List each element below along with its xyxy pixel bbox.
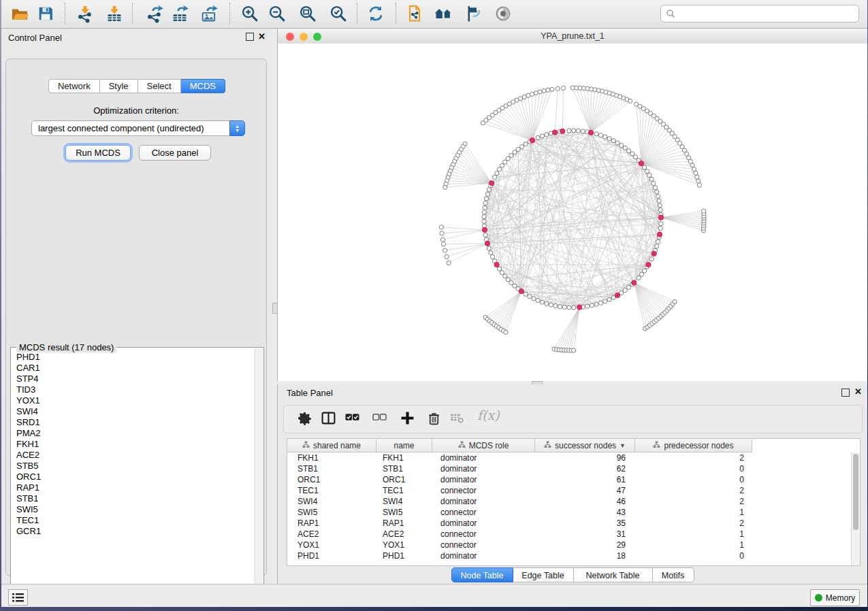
mcds-result-item[interactable]: TID3: [12, 384, 255, 395]
select-all-icon[interactable]: [345, 411, 359, 428]
table-cell[interactable]: dominator: [432, 463, 543, 474]
table-cell[interactable]: 2: [635, 518, 744, 529]
mcds-result-item[interactable]: SWI5: [12, 504, 255, 515]
zoom-fit-icon[interactable]: [298, 4, 317, 23]
mcds-result-item[interactable]: STP4: [12, 374, 255, 384]
table-cell[interactable]: 35: [535, 518, 626, 529]
mcds-result-item[interactable]: TEC1: [12, 515, 255, 526]
mcds-result-item[interactable]: SWI4: [12, 406, 255, 417]
table-cell[interactable]: 0: [635, 474, 744, 485]
column-header-successor-nodes[interactable]: successor nodes▼: [535, 439, 635, 452]
table-cell[interactable]: SWI4: [287, 496, 387, 507]
optimization-criterion-select[interactable]: largest connected component (undirected)…: [31, 120, 245, 136]
network-graph[interactable]: [278, 44, 868, 381]
table-row[interactable]: FKH1FKH1dominator962: [287, 452, 752, 463]
import-network-icon[interactable]: [76, 4, 95, 23]
table-scrollbar-thumb[interactable]: [853, 454, 858, 530]
zoom-in-icon[interactable]: [240, 4, 259, 23]
close-panel-icon[interactable]: ✕: [258, 31, 266, 42]
mcds-result-item[interactable]: CAR1: [12, 363, 255, 374]
column-header-predecessor-nodes[interactable]: predecessor nodes: [635, 439, 752, 452]
zoom-out-icon[interactable]: [268, 4, 287, 23]
float-panel-icon[interactable]: [246, 33, 254, 41]
apply-layout-icon[interactable]: [366, 4, 385, 23]
table-row[interactable]: STB1STB1dominator620: [287, 463, 752, 474]
add-icon[interactable]: [400, 411, 415, 428]
table-cell[interactable]: STB1: [287, 463, 387, 474]
table-cell[interactable]: dominator: [432, 496, 543, 507]
export-table-icon[interactable]: [170, 4, 189, 23]
table-cell[interactable]: 61: [535, 474, 626, 485]
table-cell[interactable]: connector: [432, 540, 543, 550]
column-header-MCDS-role[interactable]: MCDS role: [432, 439, 535, 452]
table-cell[interactable]: 1: [635, 507, 744, 518]
column-header-shared-name[interactable]: shared name: [287, 439, 376, 452]
table-cell[interactable]: SWI5: [287, 507, 387, 518]
zoom-selected-icon[interactable]: [329, 4, 348, 23]
table-cell[interactable]: STB1: [376, 463, 438, 474]
tab-network[interactable]: Network: [48, 79, 100, 93]
save-session-icon[interactable]: [36, 4, 55, 23]
table-cell[interactable]: 2: [635, 496, 744, 507]
export-network-icon[interactable]: [145, 4, 164, 23]
table-cell[interactable]: 46: [535, 496, 626, 507]
mcds-result-item[interactable]: PMA2: [12, 428, 255, 439]
mcds-result-item[interactable]: ORC1: [12, 472, 255, 482]
new-network-from-selection-icon[interactable]: [405, 4, 424, 23]
table-cell[interactable]: 0: [635, 550, 744, 561]
table-cell[interactable]: PHD1: [287, 550, 387, 561]
mcds-result-item[interactable]: YOX1: [12, 395, 255, 406]
open-session-icon[interactable]: [10, 4, 29, 23]
task-history-button[interactable]: [8, 589, 28, 606]
table-cell[interactable]: 96: [535, 452, 626, 463]
table-cell[interactable]: 62: [535, 463, 626, 474]
table-cell[interactable]: FKH1: [376, 452, 438, 463]
table-row[interactable]: ORC1ORC1dominator610: [287, 474, 752, 485]
tab-node-table[interactable]: Node Table: [451, 567, 513, 582]
table-cell[interactable]: 0: [635, 463, 744, 474]
run-mcds-button[interactable]: Run MCDS: [65, 145, 131, 161]
table-cell[interactable]: connector: [432, 529, 543, 540]
mcds-result-item[interactable]: GCR1: [12, 526, 255, 537]
close-table-panel-icon[interactable]: ✕: [854, 386, 862, 397]
mcds-result-item[interactable]: ACE2: [12, 450, 255, 461]
tab-style[interactable]: Style: [100, 79, 138, 93]
table-cell[interactable]: YOX1: [376, 540, 438, 550]
show-all-networks-icon[interactable]: [434, 4, 453, 23]
table-cell[interactable]: 1: [635, 540, 744, 550]
table-cell[interactable]: ORC1: [376, 474, 438, 485]
table-cell[interactable]: FKH1: [287, 452, 387, 463]
table-cell[interactable]: dominator: [432, 518, 543, 529]
table-cell[interactable]: PHD1: [376, 550, 438, 561]
import-table-icon[interactable]: [105, 4, 124, 23]
mcds-result-list[interactable]: PHD1CAR1STP4TID3YOX1SWI4SRD1PMA2FKH1ACE2…: [12, 352, 255, 599]
mcds-result-item[interactable]: STB1: [12, 493, 255, 504]
table-cell[interactable]: 2: [635, 485, 744, 496]
table-cell[interactable]: TEC1: [287, 485, 387, 496]
mcds-list-scrollbar[interactable]: [255, 348, 263, 599]
table-cell[interactable]: SWI5: [376, 507, 438, 518]
settings-icon[interactable]: [298, 411, 312, 428]
memory-button[interactable]: Memory: [810, 589, 860, 606]
tab-network-table[interactable]: Network Table: [574, 567, 653, 582]
export-image-icon[interactable]: [199, 4, 219, 23]
table-row[interactable]: ACE2ACE2connector311: [287, 529, 752, 540]
table-cell[interactable]: dominator: [432, 452, 543, 463]
table-cell[interactable]: 43: [535, 507, 626, 518]
table-cell[interactable]: 31: [535, 529, 626, 540]
hide-flag-icon[interactable]: [463, 4, 482, 23]
mcds-result-item[interactable]: SRD1: [12, 417, 255, 428]
table-cell[interactable]: 2: [635, 452, 744, 463]
table-cell[interactable]: RAP1: [376, 518, 438, 529]
table-cell[interactable]: 29: [535, 540, 626, 550]
table-cell[interactable]: connector: [432, 507, 543, 518]
table-cell[interactable]: connector: [432, 485, 543, 496]
show-graphics-details-icon[interactable]: [494, 4, 513, 23]
table-cell[interactable]: ORC1: [287, 474, 387, 485]
close-panel-button[interactable]: Close panel: [139, 145, 211, 161]
table-scrollbar[interactable]: [851, 452, 860, 565]
tab-select[interactable]: Select: [138, 79, 181, 93]
network-canvas[interactable]: [278, 44, 867, 381]
table-cell[interactable]: 18: [535, 550, 626, 561]
table-cell[interactable]: 1: [635, 529, 744, 540]
